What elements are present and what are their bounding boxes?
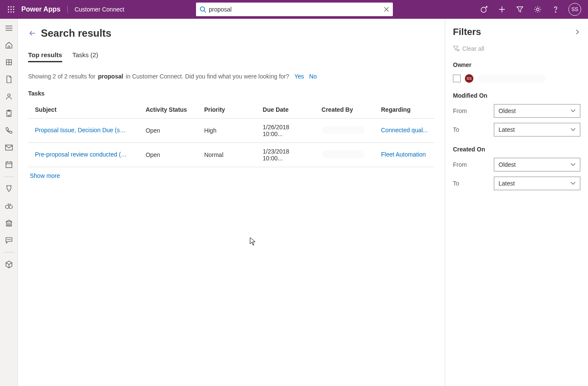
- svg-point-1: [11, 6, 12, 8]
- from-label: From: [453, 107, 487, 114]
- search-box[interactable]: [196, 3, 393, 16]
- created-from-row: From Oldest: [453, 158, 580, 171]
- pinned-icon[interactable]: [2, 56, 16, 68]
- header-actions: SS: [479, 3, 584, 16]
- svg-point-45: [10, 239, 10, 240]
- svg-point-0: [8, 6, 9, 8]
- filter-funnel-icon[interactable]: [515, 4, 525, 15]
- from-label: From: [453, 161, 487, 168]
- owner-avatar: SS: [465, 74, 473, 83]
- svg-line-35: [11, 186, 12, 186]
- help-icon[interactable]: [551, 4, 561, 15]
- col-subject[interactable]: Subject: [28, 101, 139, 119]
- result-info-suffix: in Customer Connect. Did you find what y…: [126, 73, 289, 80]
- regarding-link[interactable]: Fleet Automation: [381, 151, 426, 158]
- col-due-date[interactable]: Due Date: [256, 101, 315, 119]
- subject-link[interactable]: Pre-proposal review conducted (sa...: [35, 151, 129, 158]
- tabs: Top results Tasks (2): [28, 49, 435, 63]
- svg-marker-17: [517, 7, 523, 12]
- document-icon[interactable]: [2, 73, 16, 85]
- chevron-down-icon: [571, 128, 576, 131]
- svg-point-7: [11, 12, 12, 13]
- owner-checkbox[interactable]: [453, 75, 461, 82]
- select-value: Latest: [499, 180, 515, 187]
- result-info-term: proposal: [98, 73, 123, 80]
- svg-point-6: [8, 12, 9, 13]
- regarding-link[interactable]: Connected qual...: [381, 127, 428, 134]
- search-input[interactable]: [209, 6, 383, 13]
- section-label-tasks: Tasks: [28, 90, 435, 97]
- person-icon[interactable]: [2, 90, 16, 102]
- table-row[interactable]: Pre-proposal review conducted (sa... Ope…: [28, 143, 435, 167]
- clear-search-icon[interactable]: [383, 6, 389, 12]
- created-on-label: Created On: [453, 146, 580, 153]
- svg-point-8: [13, 12, 14, 13]
- svg-rect-30: [6, 162, 12, 168]
- to-label: To: [453, 180, 487, 187]
- svg-point-37: [6, 205, 9, 209]
- svg-point-9: [200, 7, 205, 11]
- clear-all-label: Clear all: [462, 45, 484, 52]
- phone-icon[interactable]: [2, 125, 16, 136]
- modified-from-select[interactable]: Oldest: [494, 104, 580, 118]
- cube-icon[interactable]: [2, 258, 16, 270]
- svg-marker-47: [453, 46, 458, 50]
- app-subtitle[interactable]: Customer Connect: [67, 6, 131, 13]
- feedback-no[interactable]: No: [309, 73, 317, 80]
- feedback-yes[interactable]: Yes: [294, 73, 304, 80]
- tab-tasks[interactable]: Tasks (2): [72, 49, 98, 62]
- filters-header: Filters: [453, 26, 580, 38]
- svg-point-44: [9, 239, 9, 240]
- svg-rect-29: [6, 145, 12, 150]
- page-title: Search results: [41, 27, 111, 39]
- modified-on-label: Modified On: [453, 92, 580, 99]
- app-launcher-icon[interactable]: [4, 3, 18, 16]
- col-activity-status[interactable]: Activity Status: [139, 101, 198, 119]
- created-from-select[interactable]: Oldest: [494, 158, 580, 171]
- cell-priority: High: [197, 119, 256, 143]
- target-icon[interactable]: [479, 4, 489, 15]
- binoculars-icon[interactable]: [2, 200, 16, 212]
- user-avatar[interactable]: SS: [568, 3, 581, 16]
- cell-created-by: [315, 143, 375, 167]
- show-more-link[interactable]: Show more: [28, 172, 60, 179]
- menu-toggle-icon[interactable]: [2, 22, 16, 34]
- cell-priority: Normal: [197, 143, 256, 167]
- lightbulb-icon[interactable]: [2, 183, 16, 195]
- clipboard-icon[interactable]: [2, 107, 16, 119]
- tasks-table: Subject Activity Status Priority Due Dat…: [28, 101, 435, 167]
- chevron-down-icon: [571, 163, 576, 166]
- col-regarding[interactable]: Regarding: [374, 101, 435, 119]
- app-title: Power Apps: [21, 6, 61, 13]
- subject-link[interactable]: Proposal Issue, Decision Due (sampl...: [35, 127, 129, 134]
- chat-icon[interactable]: [2, 234, 16, 246]
- clear-all-button[interactable]: Clear all: [453, 45, 580, 52]
- calendar-icon[interactable]: [2, 159, 16, 171]
- settings-gear-icon[interactable]: [533, 4, 543, 15]
- mail-icon[interactable]: [2, 142, 16, 154]
- back-arrow-icon[interactable]: [28, 29, 37, 38]
- svg-line-10: [204, 11, 206, 12]
- avatar-initials: SS: [571, 6, 578, 12]
- svg-point-18: [536, 8, 539, 11]
- created-to-row: To Latest: [453, 177, 580, 190]
- created-to-select[interactable]: Latest: [494, 177, 580, 190]
- cell-due-date: 1/23/2018 10:00...: [256, 143, 315, 167]
- svg-line-36: [6, 186, 7, 186]
- to-label: To: [453, 126, 487, 133]
- tab-top-results[interactable]: Top results: [28, 49, 62, 62]
- title-row: Search results: [28, 27, 435, 39]
- chevron-down-icon: [571, 182, 576, 185]
- home-icon[interactable]: [2, 39, 16, 51]
- svg-point-43: [7, 239, 8, 240]
- table-row[interactable]: Proposal Issue, Decision Due (sampl... O…: [28, 119, 435, 143]
- building-icon[interactable]: [2, 217, 16, 229]
- body: Search results Top results Tasks (2) Sho…: [0, 19, 588, 386]
- add-icon[interactable]: [497, 4, 507, 15]
- collapse-filters-icon[interactable]: [574, 29, 580, 35]
- chevron-down-icon: [571, 109, 576, 113]
- col-priority[interactable]: Priority: [197, 101, 256, 119]
- modified-to-select[interactable]: Latest: [494, 123, 580, 136]
- cell-activity-status: Open: [139, 119, 198, 143]
- col-created-by[interactable]: Created By: [315, 101, 375, 119]
